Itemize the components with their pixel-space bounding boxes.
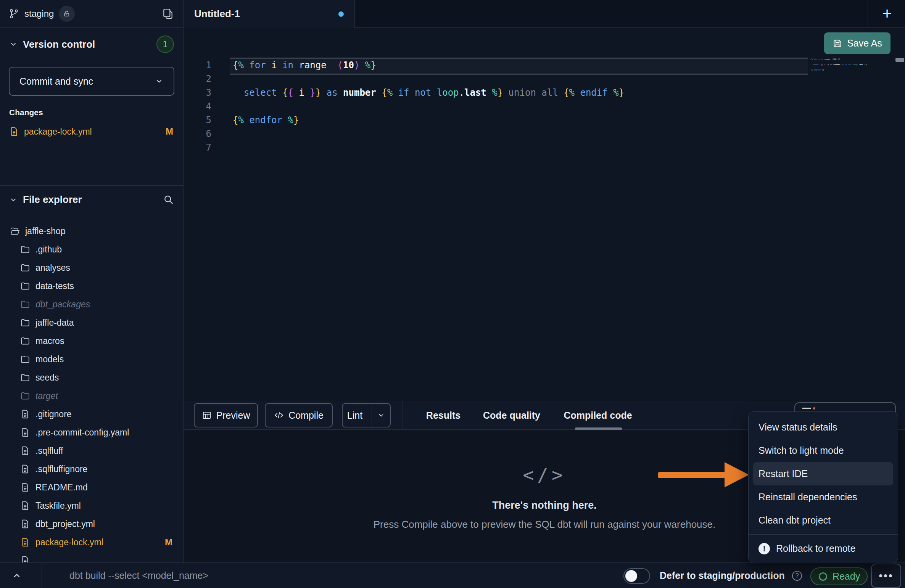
folder-icon: [20, 336, 30, 346]
file-item-.sqlfluff[interactable]: .sqlfluff: [0, 442, 183, 460]
commit-dropdown-toggle[interactable]: [144, 67, 174, 95]
alert-icon: !: [758, 543, 770, 554]
folder-item-models[interactable]: models: [0, 350, 183, 368]
folder-icon: [20, 281, 30, 291]
chevron-up-icon[interactable]: [11, 569, 23, 582]
preview-label: Preview: [216, 410, 250, 421]
code-line-4: 4: [184, 100, 905, 113]
help-icon[interactable]: ?: [792, 571, 802, 581]
folder-item-seeds[interactable]: seeds: [0, 368, 183, 387]
file-explorer-section: File explorer jaffle-shop.githubanalyses…: [0, 186, 183, 562]
file-item-dbt_project.yml[interactable]: dbt_project.yml: [0, 515, 183, 533]
code-line-1: 1{% for i in range (10) %}: [184, 58, 905, 72]
dbt-command-input[interactable]: dbt build --select <model_name>: [69, 563, 208, 588]
menu-item-label: Rollback to remote: [776, 543, 855, 554]
minimap[interactable]: {% for i in range (10) %} select {{ i }}…: [810, 58, 868, 77]
save-as-button[interactable]: Save As: [824, 32, 891, 54]
item-label: dbt_project.yml: [35, 519, 95, 529]
defer-toggle[interactable]: [623, 568, 650, 584]
file-item-.gitignore[interactable]: .gitignore: [0, 405, 183, 423]
compile-label: Compile: [288, 410, 324, 421]
file-explorer-title: File explorer: [23, 194, 82, 206]
search-icon[interactable]: [163, 194, 174, 205]
menu-item-switch-to-light-mode[interactable]: Switch to light mode: [749, 439, 898, 462]
menu-item-reinstall-dependencies[interactable]: Reinstall dependencies: [749, 485, 898, 509]
code-line-2: 2: [184, 72, 905, 86]
file-item-.pre-commit-config.yaml[interactable]: .pre-commit-config.yaml: [0, 423, 183, 442]
folder-item-jaffle-shop[interactable]: jaffle-shop: [0, 222, 183, 240]
file-item-.sqlfluffignore[interactable]: .sqlfluffignore: [0, 460, 183, 478]
menu-item-rollback-to-remote[interactable]: !Rollback to remote: [749, 537, 898, 560]
changed-file-name: package-lock.yml: [24, 127, 92, 137]
lint-button[interactable]: Lint: [342, 403, 391, 427]
line-number: 5: [184, 113, 229, 127]
toggle-knob: [625, 570, 637, 582]
panel-tab-code-quality[interactable]: Code quality: [483, 401, 540, 429]
branch-name[interactable]: staging: [24, 8, 54, 19]
item-label: target: [35, 391, 58, 401]
folder-item-analyses[interactable]: analyses: [0, 259, 183, 277]
folder-item-target[interactable]: target: [0, 387, 183, 405]
version-control-section: Version control 1 Commit and sync Change…: [0, 28, 183, 186]
file-explorer-header[interactable]: File explorer: [0, 186, 183, 214]
more-options-button[interactable]: •••: [871, 564, 901, 588]
file-item-Taskfile.yml[interactable]: Taskfile.yml: [0, 496, 183, 515]
file-icon: [20, 409, 30, 419]
version-control-title: Version control: [23, 39, 95, 50]
folder-item-macros[interactable]: macros: [0, 332, 183, 350]
file-item-package-lock.yml[interactable]: package-lock.ymlM: [0, 533, 183, 551]
menu-item-restart-ide[interactable]: Restart IDE: [753, 462, 893, 485]
code-line-5: 5{% endfor %}: [184, 113, 905, 127]
code-line-3: 3 select {{ i }} as number {% if not loo…: [184, 86, 905, 100]
editor-scrollbar-thumb[interactable]: [895, 58, 904, 62]
branch-lock-chip: [59, 6, 75, 22]
line-number: 2: [184, 72, 229, 86]
file-icon: [20, 482, 30, 492]
editor-header: Save As: [184, 28, 905, 57]
folder-item-jaffle-data[interactable]: jaffle-data: [0, 313, 183, 332]
folder-item-.github[interactable]: .github: [0, 240, 183, 259]
copy-icon[interactable]: [162, 8, 174, 20]
lock-icon: [63, 10, 71, 18]
annotation-arrow-head: [725, 462, 749, 487]
changes-count-badge: 1: [156, 35, 174, 53]
file-item-partial[interactable]: [0, 551, 183, 562]
save-icon: [833, 39, 842, 48]
panel-tab-compiled-code[interactable]: Compiled code: [564, 401, 632, 429]
tab-untitled-1[interactable]: Untitled-1: [184, 0, 355, 28]
version-control-header[interactable]: Version control 1: [0, 28, 183, 61]
preview-button[interactable]: Preview: [194, 403, 258, 427]
changes-heading: Changes: [9, 108, 43, 117]
modified-badge: M: [166, 126, 173, 137]
folder-item-data-tests[interactable]: data-tests: [0, 277, 183, 295]
toolbar-divider: [403, 401, 403, 429]
menu-item-clean-dbt-project[interactable]: Clean dbt project: [749, 509, 898, 532]
annotation-arrow-shaft: [658, 472, 729, 478]
item-label: .sqlfluffignore: [35, 464, 87, 474]
item-label: analyses: [35, 263, 70, 273]
panel-tab-results[interactable]: Results: [426, 401, 461, 429]
folder-icon: [20, 391, 30, 401]
code-icon: [274, 410, 284, 420]
status-ready-pill[interactable]: Ready: [810, 567, 868, 585]
unsaved-indicator-dot: [338, 11, 344, 17]
lint-label: Lint: [343, 410, 367, 421]
folder-icon: [20, 354, 30, 364]
compile-button[interactable]: Compile: [265, 403, 333, 427]
code-editor[interactable]: 1{% for i in range (10) %}23 select {{ i…: [184, 57, 905, 401]
folder-item-dbt_packages[interactable]: dbt_packages: [0, 295, 183, 313]
table-icon: [202, 410, 212, 420]
code-lines: 1{% for i in range (10) %}23 select {{ i…: [184, 58, 905, 154]
item-label: seeds: [35, 373, 59, 383]
commit-and-sync-button[interactable]: Commit and sync: [9, 67, 174, 96]
menu-item-label: Reinstall dependencies: [758, 492, 857, 503]
file-icon: [20, 556, 30, 562]
file-item-README.md[interactable]: README.md: [0, 478, 183, 496]
folder-icon: [20, 318, 30, 328]
item-label: .pre-commit-config.yaml: [35, 427, 129, 438]
menu-item-view-status-details[interactable]: View status details: [749, 416, 898, 439]
new-tab-button[interactable]: +: [878, 5, 896, 23]
lint-dropdown-toggle[interactable]: [372, 404, 390, 427]
code-line-6: 6: [184, 127, 905, 141]
changed-file-row[interactable]: package-lock.yml M: [9, 123, 173, 140]
